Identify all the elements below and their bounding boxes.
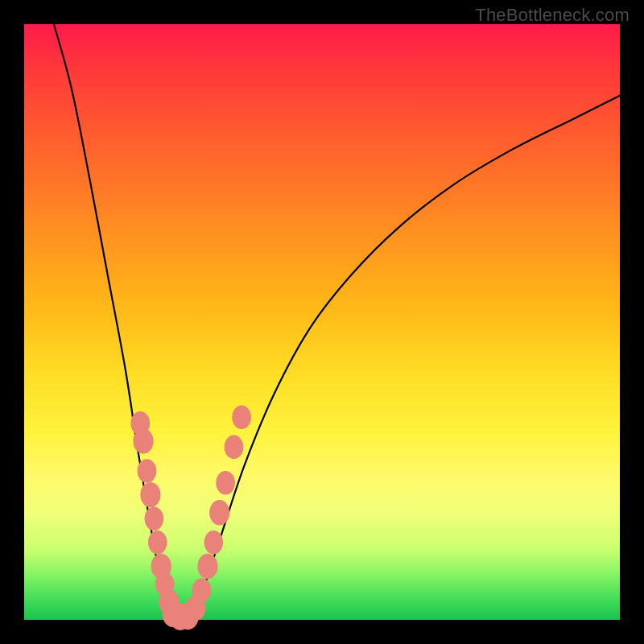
chart-frame: TheBottleneck.com [0,0,644,644]
data-marker [197,554,217,579]
data-marker [192,578,212,602]
plot-area [24,24,620,620]
chart-svg [24,24,620,620]
curve-right [191,96,620,620]
data-marker [144,506,163,530]
data-marker [225,436,244,460]
data-marker [148,530,167,555]
data-marker [133,428,153,453]
data-marker [216,471,235,495]
curve-left [54,24,173,620]
data-marker [140,482,160,507]
source-attribution: TheBottleneck.com [475,5,630,26]
data-marker [232,406,251,430]
markers-group [130,406,250,630]
data-marker [204,530,223,555]
data-marker [138,459,157,483]
data-marker [209,500,229,525]
